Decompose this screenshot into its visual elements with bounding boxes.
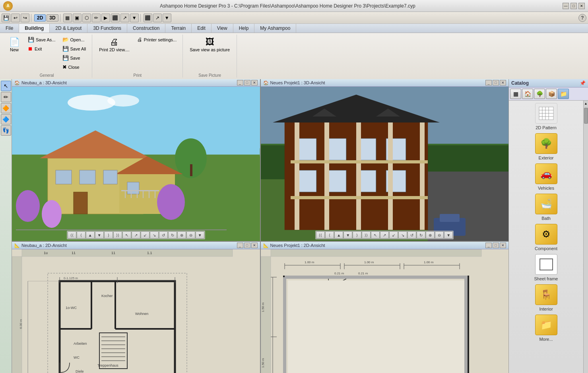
- vp-bl-minimize[interactable]: _: [237, 243, 243, 248]
- catalog-item-component[interactable]: ⚙ Component: [511, 224, 581, 251]
- catalog-item-bath[interactable]: 🛁 Bath: [511, 194, 581, 221]
- save-button[interactable]: 💾 Save: [60, 54, 89, 62]
- catalog-tool-pattern[interactable]: ▦: [510, 89, 521, 99]
- qa-square-btn[interactable]: ⬛: [111, 14, 120, 22]
- tab-help[interactable]: Help: [233, 24, 255, 33]
- tab-construction[interactable]: Construction: [127, 24, 165, 33]
- vp-tl-maximize[interactable]: □: [244, 80, 250, 85]
- nav-down[interactable]: ▼: [95, 231, 104, 239]
- qa-extra2-btn[interactable]: ↗: [153, 14, 162, 22]
- catalog-scrollbar[interactable]: ▲: [583, 101, 588, 373]
- nav-tl9[interactable]: ▼: [196, 231, 204, 239]
- save-all-button[interactable]: 💾 Save All: [60, 45, 89, 53]
- catalog-item-2dpattern[interactable]: 2D Pattern: [511, 103, 581, 130]
- nav-tl4[interactable]: ↘: [150, 231, 159, 239]
- viewport-top-left-content[interactable]: ⟨⟨ ⟨ ▲ ▼ ⟩ ⟩⟩ ↖ ↗ ↙ ↘ ↺ ↻ ⊕ ⊖ ▼: [12, 87, 260, 241]
- nav-tl5[interactable]: ↺: [159, 231, 168, 239]
- tab-view[interactable]: View: [212, 24, 233, 33]
- nav-back-left[interactable]: ⟨⟨: [68, 231, 76, 239]
- nav-tr-right[interactable]: ⟩: [353, 231, 361, 239]
- tab-2d-layout[interactable]: 2D & Layout: [50, 24, 87, 33]
- vp-br-maximize[interactable]: □: [493, 243, 499, 248]
- catalog-item-vehicles[interactable]: 🚗 Vehicles: [511, 163, 581, 190]
- catalog-tool-5[interactable]: 📁: [558, 89, 569, 99]
- vp-bl-maximize[interactable]: □: [244, 243, 250, 248]
- view-2d-btn[interactable]: 2D: [34, 14, 46, 21]
- save-view-button[interactable]: 🖼 Save view as picture: [186, 35, 233, 54]
- tab-file[interactable]: File: [0, 24, 19, 33]
- shape-tool-btn[interactable]: 🔶: [1, 103, 11, 113]
- scroll-thumb[interactable]: [584, 108, 588, 124]
- close-button[interactable]: ✕: [578, 3, 585, 9]
- save-as-button[interactable]: 💾 Save As...: [25, 35, 58, 44]
- vp-tr-minimize[interactable]: _: [485, 80, 492, 85]
- nav-tl1[interactable]: ↖: [122, 231, 131, 239]
- new-button[interactable]: 📄 New: [5, 35, 24, 54]
- catalog-item-interior[interactable]: 🪑 Interior: [511, 284, 581, 311]
- tab-terrain[interactable]: Terrain: [165, 24, 192, 33]
- nav-up[interactable]: ▲: [86, 231, 95, 239]
- catalog-tool-2[interactable]: 🏠: [522, 89, 533, 99]
- printer-settings-button[interactable]: 🖨 Printer settings...: [134, 35, 180, 44]
- tab-building[interactable]: Building: [19, 24, 50, 33]
- nav-right[interactable]: ⟩: [104, 231, 113, 239]
- catalog-pin-icon[interactable]: 📌: [580, 80, 586, 86]
- viewport-top-right-content[interactable]: ⟨⟨ ⟨ ▲ ▼ ⟩ ⟩⟩ ↖ ↗ ↙ ↘ ↺ ↻ ⊕ ⊖ ▼: [261, 87, 509, 241]
- qa-extra3-btn[interactable]: ▼: [163, 14, 171, 22]
- qa-draw-btn[interactable]: ✏: [92, 14, 101, 22]
- nav-tr8[interactable]: ⊖: [435, 231, 444, 239]
- tab-edit[interactable]: Edit: [192, 24, 212, 33]
- select-tool-btn[interactable]: ↖: [1, 81, 11, 91]
- qa-hex-btn[interactable]: ⬡: [82, 14, 91, 22]
- draw-tool-btn[interactable]: ✏: [1, 92, 11, 102]
- nav-tr-left[interactable]: ⟨: [325, 231, 334, 239]
- help-button[interactable]: ?: [578, 14, 586, 22]
- vp-tr-close[interactable]: ✕: [500, 80, 506, 85]
- nav-tr-down[interactable]: ▼: [343, 231, 352, 239]
- nav-tl6[interactable]: ↻: [168, 231, 177, 239]
- close-button[interactable]: ✖ Close: [60, 63, 89, 71]
- viewport-bottom-left-content[interactable]: 1u 11 11 1.1: [12, 249, 260, 373]
- nav-tl8[interactable]: ⊖: [186, 231, 195, 239]
- qa-save-btn[interactable]: 💾: [2, 14, 10, 22]
- qa-extra-btn[interactable]: ⬛: [144, 14, 152, 22]
- nav-tr6[interactable]: ↻: [417, 231, 425, 239]
- qa-undo-btn[interactable]: ↩: [11, 14, 20, 22]
- qa-dropdown-btn[interactable]: ▼: [130, 14, 139, 22]
- catalog-tool-3[interactable]: 🌳: [534, 89, 545, 99]
- vp-tl-close[interactable]: ✕: [251, 80, 258, 85]
- qa-redo-btn[interactable]: ↪: [21, 14, 29, 22]
- scroll-up-btn[interactable]: ▲: [584, 101, 588, 106]
- open-button[interactable]: 📂 Open...: [60, 35, 89, 44]
- print-2d-button[interactable]: 🖨 Print 2D view....: [95, 35, 133, 54]
- room-tool-btn[interactable]: 🔷: [1, 114, 11, 124]
- nav-tr9[interactable]: ▼: [444, 231, 453, 239]
- nav-tr2[interactable]: ↗: [380, 231, 389, 239]
- viewport-bottom-right-content[interactable]: Raum 1 1.00 m 1.00 m 1.00 m 0.21 m: [261, 249, 509, 373]
- vp-tr-maximize[interactable]: □: [493, 80, 499, 85]
- nav-tr1[interactable]: ↖: [371, 231, 380, 239]
- nav-fwd-right[interactable]: ⟩⟩: [113, 231, 122, 239]
- exit-button[interactable]: ⏹ Exit: [25, 45, 58, 53]
- nav-tr-back[interactable]: ⟨⟨: [316, 231, 325, 239]
- vp-br-close[interactable]: ✕: [500, 243, 506, 248]
- nav-tr-up[interactable]: ▲: [334, 231, 343, 239]
- nav-tr4[interactable]: ↘: [398, 231, 407, 239]
- vp-br-minimize[interactable]: _: [485, 243, 492, 248]
- qa-grid-btn[interactable]: ▦: [63, 14, 72, 22]
- tab-my-ashampoo[interactable]: My Ashampoo: [254, 24, 296, 33]
- qa-snap-btn[interactable]: ▣: [73, 14, 82, 22]
- vp-bl-close[interactable]: ✕: [251, 243, 258, 248]
- nav-tl2[interactable]: ↗: [132, 231, 140, 239]
- nav-left[interactable]: ⟨: [77, 231, 85, 239]
- nav-tr5[interactable]: ↺: [408, 231, 416, 239]
- nav-tl3[interactable]: ↙: [141, 231, 149, 239]
- qa-arrow-btn[interactable]: ↗: [120, 14, 129, 22]
- nav-tr3[interactable]: ↙: [389, 231, 398, 239]
- maximize-button[interactable]: □: [571, 3, 577, 9]
- nav-tr-fwd[interactable]: ⟩⟩: [362, 231, 371, 239]
- tab-3d-functions[interactable]: 3D Functions: [87, 24, 127, 33]
- qa-play-btn[interactable]: ▶: [101, 14, 110, 22]
- view-3d-btn[interactable]: 3D: [47, 14, 58, 21]
- catalog-item-more[interactable]: 📁 More...: [511, 315, 581, 342]
